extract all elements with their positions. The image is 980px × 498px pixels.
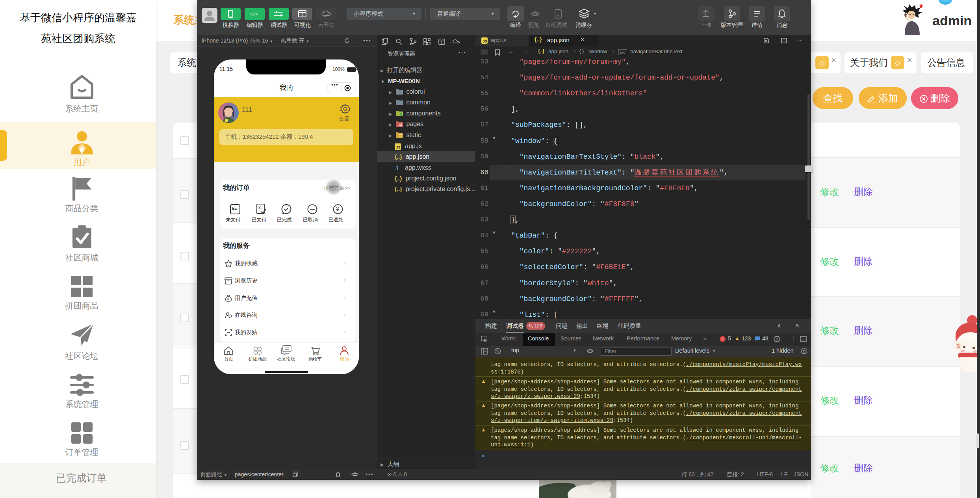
svg-text:···: ···	[798, 37, 803, 43]
svg-text:S: S	[957, 344, 960, 349]
svg-text:¥=: ¥=	[232, 206, 238, 212]
svg-text:JS: JS	[483, 39, 487, 43]
svg-text:3: 3	[395, 165, 398, 171]
svg-text:¥-: ¥-	[258, 206, 262, 210]
svg-text:¥: ¥	[227, 297, 230, 301]
svg-text:¥: ¥	[336, 206, 339, 212]
svg-text:JS: JS	[396, 145, 400, 149]
svg-text:</>: </>	[250, 12, 258, 17]
